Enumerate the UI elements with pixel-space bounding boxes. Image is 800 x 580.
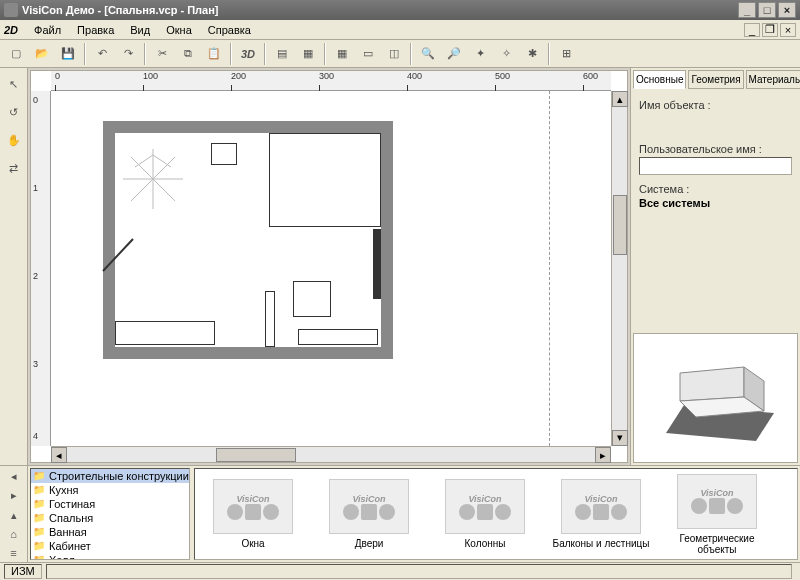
layer-icon[interactable]: ▤ <box>270 42 294 66</box>
status-spacer <box>46 564 792 579</box>
menu-file[interactable]: Файл <box>26 22 69 38</box>
tree-item-office[interactable]: Кабинет <box>31 539 189 553</box>
ceiling-light-icon[interactable] <box>123 149 183 209</box>
preview-3d-icon <box>646 343 786 453</box>
furniture-tv[interactable] <box>373 229 381 299</box>
library-toolbar: ◂ ▸ ▴ ⌂ ≡ <box>0 466 28 562</box>
catalog-label: Балконы и лестницы <box>547 538 655 549</box>
scrollbar-horizontal[interactable]: ◂ ▸ <box>51 446 611 462</box>
status-mode: ИЗМ <box>4 564 42 579</box>
menu-edit[interactable]: Правка <box>69 22 122 38</box>
zoom-in-icon[interactable]: 🔍 <box>416 42 440 66</box>
copy-icon[interactable]: ⧉ <box>176 42 200 66</box>
mdi-close-button[interactable]: × <box>780 23 796 37</box>
redo-icon[interactable]: ↷ <box>116 42 140 66</box>
window-buttons: _ □ × <box>738 2 796 18</box>
furniture-lamp[interactable] <box>265 291 275 347</box>
undo-icon[interactable]: ↶ <box>90 42 114 66</box>
catalog-label: Колонны <box>431 538 539 549</box>
scrollbar-vertical[interactable]: ▴ ▾ <box>611 91 627 446</box>
mirror-tool-icon[interactable]: ⇄ <box>2 156 26 180</box>
furniture-nightstand[interactable] <box>211 143 237 165</box>
furniture-dresser1[interactable] <box>115 321 215 345</box>
grid-toggle-icon[interactable]: ⊞ <box>554 42 578 66</box>
scroll-up-button[interactable]: ▴ <box>612 91 628 107</box>
catalog-item-balconies[interactable]: VisiCon Балконы и лестницы <box>547 479 655 549</box>
catalog-item-columns[interactable]: VisiCon Колонны <box>431 479 539 549</box>
furniture-dresser2[interactable] <box>298 329 378 345</box>
tree-item-bathroom[interactable]: Ванная <box>31 525 189 539</box>
snap2-icon[interactable]: ✧ <box>494 42 518 66</box>
select-tool-icon[interactable]: ↖ <box>2 72 26 96</box>
ruler-h-tick: 0 <box>55 71 60 91</box>
ruler-v-tick: 3 <box>33 359 38 369</box>
save-icon[interactable]: 💾 <box>56 42 80 66</box>
lib-home-icon[interactable]: ⌂ <box>2 526 26 543</box>
user-name-row: Пользовательское имя : <box>639 143 792 175</box>
ruler-h-tick: 600 <box>583 71 598 91</box>
zoom-out-icon[interactable]: 🔎 <box>442 42 466 66</box>
app-icon <box>4 3 18 17</box>
catalog-item-windows[interactable]: VisiCon Окна <box>199 479 307 549</box>
tree-item-kitchen[interactable]: Кухня <box>31 483 189 497</box>
maximize-button[interactable]: □ <box>758 2 776 18</box>
system-row: Система : Все системы <box>639 183 792 209</box>
catalog-item-doors[interactable]: VisiCon Двери <box>315 479 423 549</box>
window-icon[interactable]: ▭ <box>356 42 380 66</box>
panels-icon[interactable]: ◫ <box>382 42 406 66</box>
tree-item-hall[interactable]: Холл <box>31 553 189 560</box>
pan-tool-icon[interactable]: ✋ <box>2 128 26 152</box>
preview-3d[interactable] <box>633 333 798 463</box>
scroll-right-button[interactable]: ▸ <box>595 447 611 463</box>
scroll-down-button[interactable]: ▾ <box>612 430 628 446</box>
tree-item-living[interactable]: Гостиная <box>31 497 189 511</box>
catalog-item-geom[interactable]: VisiCon Геометрические объекты <box>663 474 771 555</box>
menu-help[interactable]: Справка <box>200 22 259 38</box>
library-panel: ◂ ▸ ▴ ⌂ ≡ Строительные конструкции Кухня… <box>0 465 800 562</box>
tree-item-constructions[interactable]: Строительные конструкции <box>31 469 189 483</box>
rotate-tool-icon[interactable]: ↺ <box>2 100 26 124</box>
ruler-h-tick: 100 <box>143 71 158 91</box>
scroll-thumb-v[interactable] <box>613 195 627 255</box>
catalog-label: Окна <box>199 538 307 549</box>
door-swing[interactable] <box>91 231 141 281</box>
library-tree[interactable]: Строительные конструкции Кухня Гостиная … <box>30 468 190 560</box>
menu-windows[interactable]: Окна <box>158 22 200 38</box>
lib-fwd-icon[interactable]: ▸ <box>2 487 26 504</box>
user-name-input[interactable] <box>639 157 792 175</box>
furniture-chair[interactable] <box>293 281 331 317</box>
mdi-restore-button[interactable]: ❐ <box>762 23 778 37</box>
minimize-button[interactable]: _ <box>738 2 756 18</box>
property-tabs: Основные Геометрия Материалы <box>633 70 798 89</box>
scroll-left-button[interactable]: ◂ <box>51 447 67 463</box>
close-button[interactable]: × <box>778 2 796 18</box>
svg-line-4 <box>153 155 171 167</box>
ruler-v-tick: 0 <box>33 95 38 105</box>
open-icon[interactable]: 📂 <box>30 42 54 66</box>
menubar: 2D Файл Правка Вид Окна Справка _ ❐ × <box>0 20 800 40</box>
system-value: Все системы <box>639 197 792 209</box>
paste-icon[interactable]: 📋 <box>202 42 226 66</box>
lib-back-icon[interactable]: ◂ <box>2 468 26 485</box>
lib-view-icon[interactable]: ≡ <box>2 545 26 562</box>
catalog-thumb: VisiCon <box>677 474 757 529</box>
scroll-thumb-h[interactable] <box>216 448 296 462</box>
new-icon[interactable]: ▢ <box>4 42 28 66</box>
layers-icon[interactable]: ▦ <box>296 42 320 66</box>
ruler-v-tick: 4 <box>33 431 38 441</box>
view3d-button[interactable]: 3D <box>236 42 260 66</box>
tree-item-bedroom[interactable]: Спальня <box>31 511 189 525</box>
snap1-icon[interactable]: ✦ <box>468 42 492 66</box>
object-name-label: Имя объекта : <box>639 99 792 111</box>
tab-main[interactable]: Основные <box>633 70 686 89</box>
tab-geometry[interactable]: Геометрия <box>688 70 743 89</box>
menu-view[interactable]: Вид <box>122 22 158 38</box>
grid-icon[interactable]: ▦ <box>330 42 354 66</box>
cut-icon[interactable]: ✂ <box>150 42 174 66</box>
furniture-bed[interactable] <box>269 133 381 227</box>
mdi-minimize-button[interactable]: _ <box>744 23 760 37</box>
snap3-icon[interactable]: ✱ <box>520 42 544 66</box>
canvas[interactable] <box>51 91 611 446</box>
tab-materials[interactable]: Материалы <box>746 70 800 89</box>
lib-up-icon[interactable]: ▴ <box>2 506 26 523</box>
